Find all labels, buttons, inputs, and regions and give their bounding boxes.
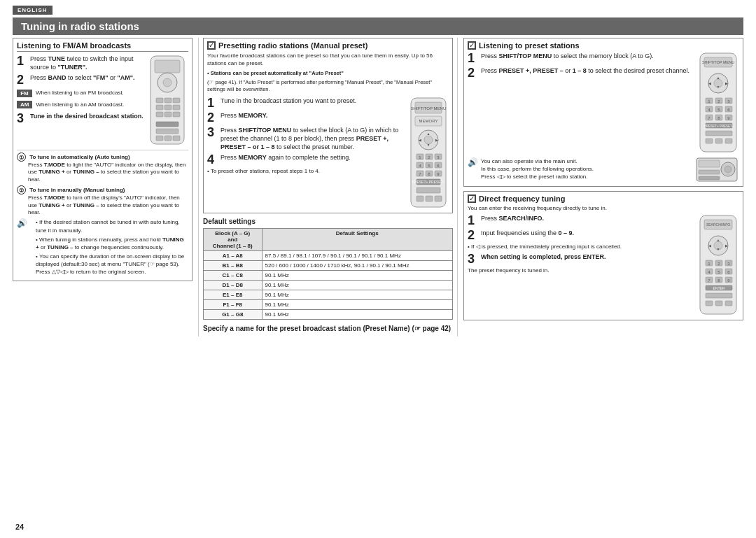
remote-image-left — [149, 55, 188, 147]
svg-text:PRESET+  PRESET–: PRESET+ PRESET– — [704, 125, 734, 128]
svg-text:◀: ◀ — [708, 243, 711, 248]
svg-rect-13 — [156, 122, 178, 127]
block-a: A1 – A8 — [204, 250, 262, 260]
svg-rect-8 — [164, 105, 172, 110]
am-text: When listening to an AM broadcast. — [36, 101, 124, 108]
block-g: G1 – G8 — [204, 309, 262, 319]
direct-step-2: 2 Input frequencies using the 0 – 9. — [468, 229, 694, 241]
mid-step-3-text: Press SHIFT/TOP MENU to select the block… — [220, 126, 405, 151]
auto-preset-note: • Stations can be preset automatically a… — [207, 70, 449, 78]
direct-step-3-text: When setting is completed, press ENTER. — [481, 253, 694, 261]
svg-text:ENTER: ENTER — [713, 286, 725, 290]
main-unit-note-row: 🔊 You can also operate via the main unit… — [468, 157, 739, 183]
table-body: A1 – A8 87.5 / 89.1 / 98.1 / 107.9 / 90.… — [204, 250, 453, 319]
mid-step-1-text: Tune in the broadcast station you want t… — [220, 97, 405, 105]
fm-label: FM — [17, 90, 32, 97]
bullet-notes: If the desired station cannot be tuned i… — [30, 218, 188, 277]
mid-step-4-text: Press MEMORY again to complete the setti… — [220, 153, 405, 162]
table-row: G1 – G8 90.1 MHz — [204, 309, 453, 319]
direct-step-3-num: 3 — [468, 253, 479, 265]
right-step-1-num: 1 — [468, 52, 479, 64]
svg-rect-123 — [715, 301, 722, 306]
mid-step-3: 3 Press SHIFT/TOP MENU to select the blo… — [207, 126, 405, 151]
direct-step-1-num: 1 — [468, 214, 479, 227]
direct-steps: 1 Press SEARCH/INFO. 2 Input frequencies… — [468, 214, 694, 317]
default-settings-title: Default settings — [203, 218, 453, 225]
circle-1-icon: ① — [17, 153, 26, 162]
svg-text:▶: ▶ — [725, 243, 728, 248]
svg-text:▼: ▼ — [427, 143, 430, 147]
svg-rect-15 — [156, 136, 163, 141]
svg-rect-91 — [699, 176, 720, 180]
step-1-num: 1 — [17, 55, 28, 67]
svg-point-89 — [724, 166, 732, 173]
svg-rect-1 — [155, 60, 180, 73]
direct-step-2-text: Input frequencies using the 0 – 9. — [481, 229, 694, 237]
mid-step-2-text: Press MEMORY. — [220, 111, 405, 120]
svg-rect-87 — [699, 160, 720, 167]
am-label: AM — [17, 101, 32, 108]
checkbox-icon-2 — [468, 41, 476, 50]
block-e: E1 – E8 — [204, 290, 262, 299]
middle-column: Presetting radio stations (Manual preset… — [198, 38, 457, 337]
table-header-settings: Default Settings — [262, 228, 452, 250]
setting-d: 90.1 MHz — [262, 280, 452, 290]
block-c: C1 – C8 — [204, 270, 262, 280]
table-header-block: Block (A – G)andChannel (1 – 8) — [204, 228, 262, 250]
svg-text:▶: ▶ — [725, 81, 728, 85]
svg-text:MEMORY: MEMORY — [419, 119, 438, 123]
mid-steps: 1 Tune in the broadcast station you want… — [207, 97, 405, 210]
svg-rect-121 — [706, 293, 732, 298]
remote-image-mid: SHIFT/TOP MENU MEMORY ▲ ▼ ◀ ▶ — [410, 97, 449, 210]
right-steps-1: 1 Press SHIFT/TOP MENU to select the mem… — [468, 52, 694, 155]
default-settings-section: Default settings Block (A – G)andChannel… — [203, 218, 453, 337]
page-number: 24 — [15, 523, 24, 531]
direct-step-3: 3 When setting is completed, press ENTER… — [468, 253, 694, 265]
svg-text:▼: ▼ — [717, 85, 720, 89]
svg-rect-14 — [156, 129, 178, 134]
mid-step-4-num: 4 — [207, 153, 218, 166]
svg-rect-9 — [173, 105, 180, 110]
direct-step-1-text: Press SEARCH/INFO. — [481, 214, 694, 222]
right-step-2: 2 Press PRESET +, PRESET – or 1 – 8 to s… — [468, 66, 694, 79]
speaker-icon-2: 🔊 — [468, 157, 478, 167]
svg-rect-49 — [416, 187, 440, 193]
remote-svg-left — [149, 55, 186, 146]
page: ENGLISH Tuning in radio stations Listeni… — [0, 0, 756, 538]
table-row: C1 – C8 90.1 MHz — [204, 270, 453, 280]
remote-image-right-top: SHIFT/TOP MENU ▲ ▼ ◀ ▶ 1 2 — [699, 52, 739, 155]
bullet-1: If the desired station cannot be tuned i… — [36, 218, 188, 234]
svg-rect-124 — [725, 301, 732, 306]
setting-a: 87.5 / 89.1 / 98.1 / 107.9 / 90.1 / 90.1… — [262, 250, 452, 260]
svg-text:SEARCH/INFO: SEARCH/INFO — [706, 222, 730, 227]
lang-badge: ENGLISH — [13, 6, 52, 15]
right-step-1: 1 Press SHIFT/TOP MENU to select the mem… — [468, 52, 694, 64]
step-3-num: 3 — [17, 112, 28, 125]
fm-row: FM When listening to an FM broadcast. — [17, 88, 145, 98]
presetting-top-note: Your favorite broadcast stations can be … — [207, 52, 449, 67]
circle-note-2: ② To tune in manually (Manual tuning) Pr… — [17, 185, 188, 216]
table-row: F1 – F8 90.1 MHz — [204, 299, 453, 309]
repeat-note: • To preset other stations, repeat steps… — [207, 168, 405, 174]
step-1-text: Press TUNE twice to switch the input sou… — [30, 55, 145, 71]
svg-text:SHIFT/TOP MENU: SHIFT/TOP MENU — [702, 60, 734, 64]
svg-rect-83 — [706, 139, 713, 143]
svg-rect-4 — [156, 98, 163, 103]
table-row: E1 – E8 90.1 MHz — [204, 290, 453, 299]
specify-line: Specify a name for the preset broadcast … — [203, 324, 453, 334]
mid-step-1-num: 1 — [207, 97, 218, 109]
right-column: Listening to preset stations 1 Press SHI… — [457, 38, 743, 337]
direct-bottom-note: The preset frequency is tuned in. — [468, 267, 694, 274]
direct-step-1: 1 Press SEARCH/INFO. — [468, 214, 694, 227]
remote-svg-right-top: SHIFT/TOP MENU ▲ ▼ ◀ ▶ 1 2 — [699, 52, 738, 153]
right-step-1-text: Press SHIFT/TOP MENU to select the memor… — [481, 52, 694, 60]
table-row: B1 – B8 520 / 600 / 1000 / 1400 / 1710 k… — [204, 260, 453, 270]
fm-text: When listening to an FM broadcast. — [36, 90, 124, 97]
setting-g: 90.1 MHz — [262, 309, 452, 319]
step-3-text: Tune in the desired broadcast station. — [30, 112, 145, 120]
table-row: D1 – D8 90.1 MHz — [204, 280, 453, 290]
direct-bullet: • If ◁ is pressed, the immediately prece… — [468, 243, 694, 250]
mid-step-2-num: 2 — [207, 111, 218, 124]
checkbox-icon — [207, 41, 216, 50]
checkbox-icon-3 — [468, 194, 476, 203]
